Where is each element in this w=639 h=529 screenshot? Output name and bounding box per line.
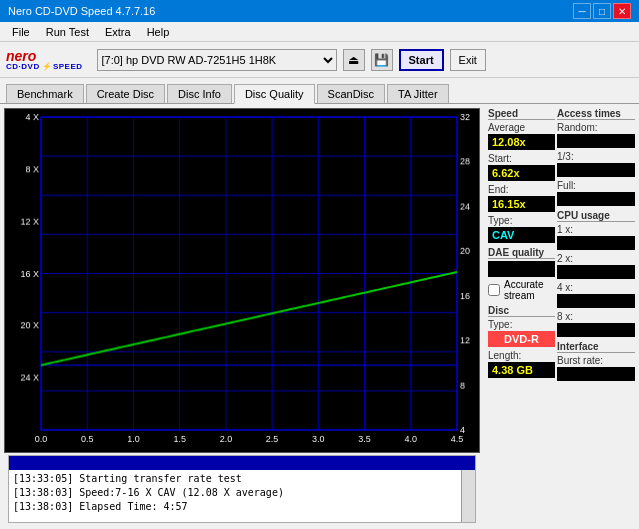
- log-content: [13:33:05] Starting transfer rate test […: [9, 470, 475, 516]
- menu-help[interactable]: Help: [139, 24, 178, 40]
- tab-scandisc[interactable]: ScanDisc: [317, 84, 385, 103]
- cpu-title: CPU usage: [557, 210, 635, 222]
- cpu-2x-label: 2 x:: [557, 253, 635, 264]
- disc-type-label: Type:: [488, 319, 555, 330]
- eject-icon[interactable]: ⏏: [343, 49, 365, 71]
- speed-end-value: 16.15x: [488, 196, 555, 212]
- cpu-8x-value: [557, 323, 635, 337]
- log-line-1: [13:33:05] Starting transfer rate test: [13, 472, 471, 486]
- speed-end-group: End: 16.15x: [488, 184, 555, 212]
- access-onethird-label: 1/3:: [557, 151, 635, 162]
- access-onethird-value: [557, 163, 635, 177]
- speed-type-label: Type:: [488, 215, 555, 226]
- dae-value-box: [488, 261, 555, 277]
- title-bar: Nero CD-DVD Speed 4.7.7.16 ─ □ ✕: [0, 0, 639, 22]
- speed-title: Speed: [488, 108, 555, 120]
- cpu-4x-value: [557, 294, 635, 308]
- burst-rate-value: [557, 367, 635, 381]
- window-controls: ─ □ ✕: [573, 3, 631, 19]
- disc-length-value: 4.38 GB: [488, 362, 555, 378]
- maximize-button[interactable]: □: [593, 3, 611, 19]
- log-header: [9, 456, 475, 470]
- dae-title: DAE quality: [488, 247, 555, 259]
- chart-section: [13:33:05] Starting transfer rate test […: [0, 104, 484, 529]
- save-icon[interactable]: 💾: [371, 49, 393, 71]
- stats-columns: Speed Average 12.08x Start: 6.62x End: 1…: [488, 108, 635, 384]
- stats-panel: Speed Average 12.08x Start: 6.62x End: 1…: [484, 104, 639, 529]
- exit-button[interactable]: Exit: [450, 49, 486, 71]
- tab-disc-quality[interactable]: Disc Quality: [234, 84, 315, 104]
- chart-container: [4, 108, 480, 453]
- speed-average-value: 12.08x: [488, 134, 555, 150]
- menu-file[interactable]: File: [4, 24, 38, 40]
- disc-type-value: DVD-R: [488, 331, 555, 347]
- window-title: Nero CD-DVD Speed 4.7.7.16: [8, 5, 155, 17]
- toolbar: nero CD·DVD ⚡SPEED [7:0] hp DVD RW AD-72…: [0, 42, 639, 78]
- tab-disc-info[interactable]: Disc Info: [167, 84, 232, 103]
- interface-title: Interface: [557, 341, 635, 353]
- cpu-2x-value: [557, 265, 635, 279]
- menu-bar: File Run Test Extra Help: [0, 22, 639, 42]
- disc-title: Disc: [488, 305, 555, 317]
- tab-bar: Benchmark Create Disc Disc Info Disc Qua…: [0, 78, 639, 104]
- accurate-stream-checkbox[interactable]: [488, 284, 500, 296]
- access-full-value: [557, 192, 635, 206]
- main-content: [13:33:05] Starting transfer rate test […: [0, 104, 639, 529]
- speed-type-value: CAV: [488, 227, 555, 243]
- log-area: [13:33:05] Starting transfer rate test […: [8, 455, 476, 523]
- access-random-label: Random:: [557, 122, 635, 133]
- access-times-title: Access times: [557, 108, 635, 120]
- access-random-value: [557, 134, 635, 148]
- start-button[interactable]: Start: [399, 49, 444, 71]
- cpu-8x-label: 8 x:: [557, 311, 635, 322]
- tab-create-disc[interactable]: Create Disc: [86, 84, 165, 103]
- accurate-stream-area: Accurate stream: [488, 279, 555, 301]
- speed-end-label: End:: [488, 184, 555, 195]
- close-button[interactable]: ✕: [613, 3, 631, 19]
- cpu-1x-label: 1 x:: [557, 224, 635, 235]
- speed-start-label: Start:: [488, 153, 555, 164]
- disc-length-label: Length:: [488, 350, 555, 361]
- speed-start-group: Start: 6.62x: [488, 153, 555, 181]
- chart-canvas: [5, 109, 479, 452]
- access-full-label: Full:: [557, 180, 635, 191]
- log-scrollbar[interactable]: [461, 470, 475, 522]
- left-stats-col: Speed Average 12.08x Start: 6.62x End: 1…: [488, 108, 555, 384]
- cpu-1x-value: [557, 236, 635, 250]
- right-stats-col: Access times Random: 1/3: Full: CPU usag…: [557, 108, 635, 384]
- menu-extra[interactable]: Extra: [97, 24, 139, 40]
- minimize-button[interactable]: ─: [573, 3, 591, 19]
- drive-select[interactable]: [7:0] hp DVD RW AD-7251H5 1H8K: [97, 49, 337, 71]
- speed-start-value: 6.62x: [488, 165, 555, 181]
- menu-runtest[interactable]: Run Test: [38, 24, 97, 40]
- accurate-stream-label: Accurate stream: [504, 279, 555, 301]
- speed-average-group: Average 12.08x: [488, 122, 555, 150]
- tab-benchmark[interactable]: Benchmark: [6, 84, 84, 103]
- log-line-2: [13:38:03] Speed:7-16 X CAV (12.08 X ave…: [13, 486, 471, 500]
- burst-rate-label: Burst rate:: [557, 355, 635, 366]
- speed-type-group: Type: CAV: [488, 215, 555, 243]
- tab-ta-jitter[interactable]: TA Jitter: [387, 84, 449, 103]
- speed-average-label: Average: [488, 122, 555, 133]
- nero-logo: nero CD·DVD ⚡SPEED: [6, 49, 83, 71]
- cpu-4x-label: 4 x:: [557, 282, 635, 293]
- log-line-3: [13:38:03] Elapsed Time: 4:57: [13, 500, 471, 514]
